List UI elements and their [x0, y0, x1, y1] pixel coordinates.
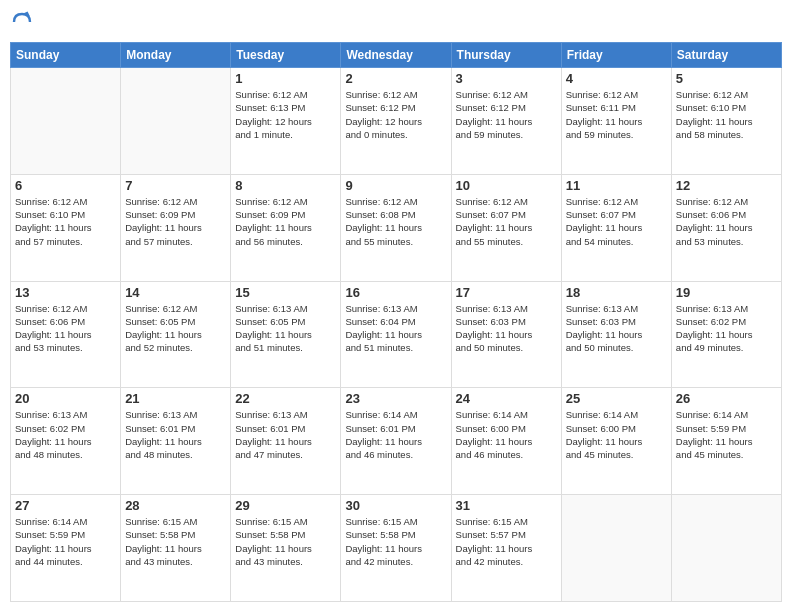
calendar-cell: 19Sunrise: 6:13 AM Sunset: 6:02 PM Dayli…: [671, 281, 781, 388]
day-info: Sunrise: 6:14 AM Sunset: 5:59 PM Dayligh…: [676, 408, 777, 461]
calendar-cell: 10Sunrise: 6:12 AM Sunset: 6:07 PM Dayli…: [451, 174, 561, 281]
calendar-cell: 12Sunrise: 6:12 AM Sunset: 6:06 PM Dayli…: [671, 174, 781, 281]
day-info: Sunrise: 6:12 AM Sunset: 6:10 PM Dayligh…: [676, 88, 777, 141]
day-number: 3: [456, 71, 557, 86]
calendar-cell: [121, 68, 231, 175]
day-number: 4: [566, 71, 667, 86]
day-info: Sunrise: 6:12 AM Sunset: 6:09 PM Dayligh…: [235, 195, 336, 248]
day-info: Sunrise: 6:12 AM Sunset: 6:06 PM Dayligh…: [15, 302, 116, 355]
day-number: 20: [15, 391, 116, 406]
calendar-cell: [561, 495, 671, 602]
day-number: 10: [456, 178, 557, 193]
calendar-cell: 28Sunrise: 6:15 AM Sunset: 5:58 PM Dayli…: [121, 495, 231, 602]
day-info: Sunrise: 6:13 AM Sunset: 6:02 PM Dayligh…: [15, 408, 116, 461]
day-number: 2: [345, 71, 446, 86]
day-number: 9: [345, 178, 446, 193]
day-info: Sunrise: 6:14 AM Sunset: 6:00 PM Dayligh…: [456, 408, 557, 461]
day-number: 21: [125, 391, 226, 406]
day-number: 5: [676, 71, 777, 86]
day-info: Sunrise: 6:15 AM Sunset: 5:57 PM Dayligh…: [456, 515, 557, 568]
day-info: Sunrise: 6:12 AM Sunset: 6:07 PM Dayligh…: [566, 195, 667, 248]
day-info: Sunrise: 6:14 AM Sunset: 6:01 PM Dayligh…: [345, 408, 446, 461]
day-info: Sunrise: 6:12 AM Sunset: 6:05 PM Dayligh…: [125, 302, 226, 355]
day-number: 13: [15, 285, 116, 300]
day-info: Sunrise: 6:12 AM Sunset: 6:13 PM Dayligh…: [235, 88, 336, 141]
header: [10, 10, 782, 34]
calendar-cell: 1Sunrise: 6:12 AM Sunset: 6:13 PM Daylig…: [231, 68, 341, 175]
day-number: 18: [566, 285, 667, 300]
day-number: 11: [566, 178, 667, 193]
calendar-cell: 22Sunrise: 6:13 AM Sunset: 6:01 PM Dayli…: [231, 388, 341, 495]
day-info: Sunrise: 6:12 AM Sunset: 6:09 PM Dayligh…: [125, 195, 226, 248]
weekday-header-saturday: Saturday: [671, 43, 781, 68]
calendar-cell: 2Sunrise: 6:12 AM Sunset: 6:12 PM Daylig…: [341, 68, 451, 175]
day-number: 19: [676, 285, 777, 300]
day-info: Sunrise: 6:13 AM Sunset: 6:02 PM Dayligh…: [676, 302, 777, 355]
week-row-2: 6Sunrise: 6:12 AM Sunset: 6:10 PM Daylig…: [11, 174, 782, 281]
week-row-5: 27Sunrise: 6:14 AM Sunset: 5:59 PM Dayli…: [11, 495, 782, 602]
day-info: Sunrise: 6:14 AM Sunset: 6:00 PM Dayligh…: [566, 408, 667, 461]
day-number: 16: [345, 285, 446, 300]
calendar-cell: 17Sunrise: 6:13 AM Sunset: 6:03 PM Dayli…: [451, 281, 561, 388]
day-info: Sunrise: 6:13 AM Sunset: 6:03 PM Dayligh…: [566, 302, 667, 355]
calendar-cell: 14Sunrise: 6:12 AM Sunset: 6:05 PM Dayli…: [121, 281, 231, 388]
day-info: Sunrise: 6:13 AM Sunset: 6:04 PM Dayligh…: [345, 302, 446, 355]
calendar-cell: 8Sunrise: 6:12 AM Sunset: 6:09 PM Daylig…: [231, 174, 341, 281]
day-info: Sunrise: 6:13 AM Sunset: 6:01 PM Dayligh…: [125, 408, 226, 461]
day-info: Sunrise: 6:12 AM Sunset: 6:12 PM Dayligh…: [345, 88, 446, 141]
calendar-cell: 11Sunrise: 6:12 AM Sunset: 6:07 PM Dayli…: [561, 174, 671, 281]
calendar-cell: 20Sunrise: 6:13 AM Sunset: 6:02 PM Dayli…: [11, 388, 121, 495]
calendar-cell: [11, 68, 121, 175]
weekday-header-friday: Friday: [561, 43, 671, 68]
calendar-cell: 26Sunrise: 6:14 AM Sunset: 5:59 PM Dayli…: [671, 388, 781, 495]
calendar-cell: 16Sunrise: 6:13 AM Sunset: 6:04 PM Dayli…: [341, 281, 451, 388]
day-number: 17: [456, 285, 557, 300]
day-number: 27: [15, 498, 116, 513]
day-info: Sunrise: 6:13 AM Sunset: 6:05 PM Dayligh…: [235, 302, 336, 355]
weekday-header-row: SundayMondayTuesdayWednesdayThursdayFrid…: [11, 43, 782, 68]
day-number: 25: [566, 391, 667, 406]
day-number: 7: [125, 178, 226, 193]
calendar-cell: 30Sunrise: 6:15 AM Sunset: 5:58 PM Dayli…: [341, 495, 451, 602]
calendar-cell: 5Sunrise: 6:12 AM Sunset: 6:10 PM Daylig…: [671, 68, 781, 175]
day-info: Sunrise: 6:12 AM Sunset: 6:07 PM Dayligh…: [456, 195, 557, 248]
day-number: 1: [235, 71, 336, 86]
day-info: Sunrise: 6:15 AM Sunset: 5:58 PM Dayligh…: [125, 515, 226, 568]
day-info: Sunrise: 6:15 AM Sunset: 5:58 PM Dayligh…: [345, 515, 446, 568]
week-row-1: 1Sunrise: 6:12 AM Sunset: 6:13 PM Daylig…: [11, 68, 782, 175]
page: SundayMondayTuesdayWednesdayThursdayFrid…: [0, 0, 792, 612]
week-row-4: 20Sunrise: 6:13 AM Sunset: 6:02 PM Dayli…: [11, 388, 782, 495]
calendar-cell: 21Sunrise: 6:13 AM Sunset: 6:01 PM Dayli…: [121, 388, 231, 495]
day-number: 14: [125, 285, 226, 300]
calendar-cell: 15Sunrise: 6:13 AM Sunset: 6:05 PM Dayli…: [231, 281, 341, 388]
day-number: 22: [235, 391, 336, 406]
calendar-cell: 6Sunrise: 6:12 AM Sunset: 6:10 PM Daylig…: [11, 174, 121, 281]
logo: [10, 10, 38, 34]
calendar-cell: 25Sunrise: 6:14 AM Sunset: 6:00 PM Dayli…: [561, 388, 671, 495]
calendar-cell: 31Sunrise: 6:15 AM Sunset: 5:57 PM Dayli…: [451, 495, 561, 602]
logo-icon: [10, 10, 34, 34]
day-number: 12: [676, 178, 777, 193]
day-number: 15: [235, 285, 336, 300]
weekday-header-tuesday: Tuesday: [231, 43, 341, 68]
day-number: 24: [456, 391, 557, 406]
day-number: 30: [345, 498, 446, 513]
day-info: Sunrise: 6:15 AM Sunset: 5:58 PM Dayligh…: [235, 515, 336, 568]
weekday-header-wednesday: Wednesday: [341, 43, 451, 68]
day-info: Sunrise: 6:14 AM Sunset: 5:59 PM Dayligh…: [15, 515, 116, 568]
weekday-header-thursday: Thursday: [451, 43, 561, 68]
week-row-3: 13Sunrise: 6:12 AM Sunset: 6:06 PM Dayli…: [11, 281, 782, 388]
calendar-cell: 4Sunrise: 6:12 AM Sunset: 6:11 PM Daylig…: [561, 68, 671, 175]
calendar-cell: 7Sunrise: 6:12 AM Sunset: 6:09 PM Daylig…: [121, 174, 231, 281]
day-info: Sunrise: 6:12 AM Sunset: 6:11 PM Dayligh…: [566, 88, 667, 141]
day-number: 26: [676, 391, 777, 406]
day-info: Sunrise: 6:12 AM Sunset: 6:08 PM Dayligh…: [345, 195, 446, 248]
calendar-cell: 18Sunrise: 6:13 AM Sunset: 6:03 PM Dayli…: [561, 281, 671, 388]
weekday-header-sunday: Sunday: [11, 43, 121, 68]
day-number: 8: [235, 178, 336, 193]
day-number: 6: [15, 178, 116, 193]
day-number: 29: [235, 498, 336, 513]
calendar-cell: 29Sunrise: 6:15 AM Sunset: 5:58 PM Dayli…: [231, 495, 341, 602]
day-number: 23: [345, 391, 446, 406]
day-info: Sunrise: 6:12 AM Sunset: 6:12 PM Dayligh…: [456, 88, 557, 141]
